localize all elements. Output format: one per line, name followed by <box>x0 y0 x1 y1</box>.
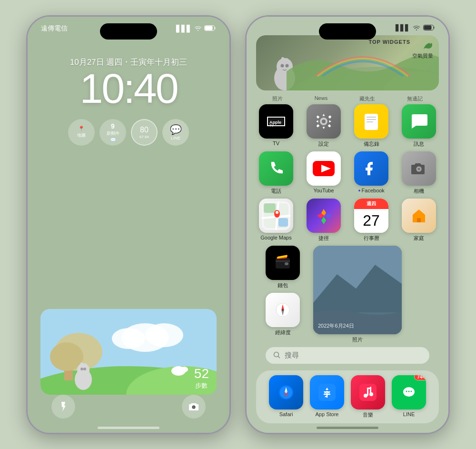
compass-icon <box>266 293 300 327</box>
home-battery-icon <box>423 25 435 30</box>
carrier-label: 遠傳電信 <box>41 24 68 33</box>
flashlight-button[interactable] <box>51 395 75 419</box>
dock-safari[interactable]: Safari <box>269 375 303 419</box>
tv-icon: Apple TV <box>259 104 293 139</box>
app-tv[interactable]: Apple TV TV <box>255 104 297 148</box>
photos-date: 2022年6月24日 <box>318 322 354 329</box>
app-maps[interactable]: Google Maps <box>255 199 297 242</box>
wallet-icon <box>266 246 300 280</box>
svg-point-82 <box>364 394 367 398</box>
app-dock: Safari App Store <box>256 370 439 423</box>
app-wallet[interactable]: 錢包 <box>262 246 304 289</box>
app-shortcuts[interactable]: 捷徑 <box>303 199 345 242</box>
lock-widgets: 📍 地圖 9 新郵件 ✉️ 80 67 84 💬 LINE <box>68 119 189 146</box>
top-widget-label: TOP WIDGETS <box>368 39 410 45</box>
line-label: LINE <box>403 411 415 417</box>
line-widget[interactable]: 💬 LINE <box>162 119 189 146</box>
photos-widget[interactable]: 魚池鄉 2022年6月24日 <box>313 246 402 334</box>
svg-rect-46 <box>367 119 376 120</box>
maps-icon <box>259 199 293 233</box>
dock-tab-photos[interactable]: 照片 <box>272 95 283 102</box>
mail-count: 9 <box>111 122 115 130</box>
app-youtube[interactable]: YouTube <box>303 151 345 195</box>
app-camera[interactable]: 相機 <box>398 151 440 195</box>
line-label: LINE <box>171 136 180 140</box>
svg-point-24 <box>80 368 83 370</box>
svg-rect-9 <box>215 27 216 29</box>
svg-rect-31 <box>434 27 435 29</box>
mail-widget[interactable]: 9 新郵件 ✉️ <box>99 119 126 146</box>
app-row-4: 錢包 經緯度 <box>247 246 448 343</box>
svg-point-72 <box>274 352 279 357</box>
camera-icon <box>402 151 436 186</box>
svg-text:TV: TV <box>269 124 274 127</box>
home-screen: ▋▋▋ <box>247 17 448 433</box>
map-icon: 📍 <box>78 126 85 132</box>
camera-label: 相機 <box>414 188 424 195</box>
phone-icon <box>259 151 293 186</box>
app-notes[interactable]: 備忘錄 <box>350 104 392 148</box>
dock-tab-freeform[interactable]: 無邊記 <box>407 95 423 102</box>
top-widget[interactable]: TOP WIDGETS 空氣質量 <box>256 35 439 90</box>
dock-tab-hidden[interactable]: 藏先生 <box>359 95 375 102</box>
safari-label: Safari <box>279 411 293 417</box>
svg-point-16 <box>112 328 145 349</box>
app-grid: Apple TV TV 設定 <box>247 104 448 242</box>
compass-label: 經緯度 <box>275 329 291 336</box>
svg-rect-47 <box>367 121 373 122</box>
app-facebook[interactable]: ●Facebook <box>350 151 392 195</box>
app-home[interactable]: 家庭 <box>398 199 440 242</box>
search-label: 搜尋 <box>285 351 299 360</box>
dock-appstore[interactable]: App Store <box>310 375 344 419</box>
signal-icon: ▋▋▋ <box>176 25 192 32</box>
svg-point-58 <box>276 211 278 214</box>
music-label: 音樂 <box>363 411 373 419</box>
safari-icon <box>269 375 303 409</box>
svg-point-69 <box>282 309 284 311</box>
dynamic-island-home <box>319 23 376 40</box>
svg-point-90 <box>408 390 410 392</box>
wifi-icon <box>194 25 202 32</box>
app-row-2: 電話 YouTube <box>254 151 441 195</box>
dock-music[interactable]: 音樂 <box>351 375 385 419</box>
app-messages[interactable]: 訊息 <box>398 104 440 148</box>
app-calendar[interactable]: 週四 27 行事曆 <box>350 199 392 242</box>
wallet-label: 錢包 <box>278 282 288 289</box>
air-quality-widget: 空氣質量 <box>412 39 433 60</box>
svg-rect-10 <box>205 26 213 30</box>
svg-rect-32 <box>424 26 432 30</box>
home-indicator <box>98 427 159 429</box>
photos-widget-wrapper[interactable]: 魚池鄉 2022年6月24日 照片 <box>311 246 404 343</box>
settings-icon <box>307 104 341 139</box>
messages-label: 訊息 <box>414 140 424 148</box>
notes-icon <box>354 104 388 139</box>
svg-rect-62 <box>285 262 288 265</box>
mail-label: 新郵件 <box>107 130 119 137</box>
music-icon <box>351 375 385 409</box>
home-wifi-icon <box>413 25 420 30</box>
facebook-label: ●Facebook <box>358 188 385 193</box>
phone-label: 電話 <box>271 188 281 195</box>
search-bar[interactable]: 搜尋 <box>266 347 429 364</box>
dock-tab-news[interactable]: News <box>315 95 328 102</box>
steps-photo-widget[interactable]: 52 步數 <box>40 309 217 395</box>
app-settings[interactable]: 設定 <box>303 104 345 148</box>
aqi-value: 80 <box>140 126 149 134</box>
app-phone[interactable]: 電話 <box>255 151 297 195</box>
svg-line-73 <box>278 357 280 359</box>
svg-rect-61 <box>276 260 290 262</box>
dock-line[interactable]: 744 LINE <box>392 375 426 419</box>
map-label: 地圖 <box>77 132 86 139</box>
tv-label: TV <box>273 140 279 146</box>
homescreen-phone: ▋▋▋ <box>245 15 450 434</box>
lock-screen: 遠傳電信 ▋▋▋ <box>28 17 229 433</box>
app-compass[interactable]: 經緯度 <box>262 293 304 336</box>
aqi-widget[interactable]: 80 67 84 <box>131 119 158 146</box>
home-icon <box>402 199 436 233</box>
youtube-label: YouTube <box>313 188 334 193</box>
map-widget[interactable]: 📍 地圖 <box>68 119 95 146</box>
svg-point-91 <box>411 390 412 392</box>
svg-point-78 <box>286 391 287 393</box>
camera-button[interactable] <box>182 395 206 419</box>
appstore-icon <box>310 375 344 409</box>
